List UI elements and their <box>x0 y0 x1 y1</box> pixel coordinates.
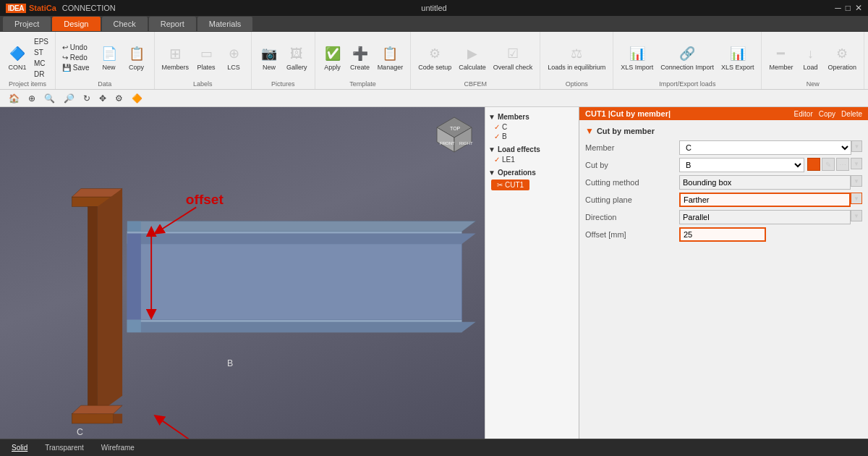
operations-section: ▼ Operations ✂ CUT1 <box>488 167 576 190</box>
solid-view-button[interactable]: Solid <box>6 442 33 453</box>
main-content: ▼ Members ✓ C ✓ B ▼ Load effects ✓ <box>0 107 868 439</box>
manager-button[interactable]: 📋 Manager <box>375 42 407 73</box>
load-effects-header[interactable]: ▼ Load effects <box>488 144 576 155</box>
settings-button[interactable]: ⚙ <box>112 92 126 105</box>
zoom-out-button[interactable]: 🔎 <box>61 92 77 105</box>
cut-by-more-btn[interactable]: ⋯ <box>836 158 849 171</box>
load-effects-collapse-icon: ▼ <box>488 145 495 153</box>
cut-by-side-btns: ✎ ⋯ ▼ <box>807 158 862 172</box>
marker-button[interactable]: 🔶 <box>129 92 145 105</box>
copy-button[interactable]: 📋 Copy <box>124 42 150 73</box>
direction-input[interactable] <box>679 210 851 224</box>
members-header[interactable]: ▼ Members <box>488 111 576 122</box>
view-cube[interactable]: TOP FRONT RIGHT <box>434 114 475 155</box>
lcs-button[interactable]: ⊕ LCS <box>221 42 247 73</box>
xls-export-button[interactable]: 📊 XLS Export <box>718 42 757 73</box>
overall-check-button[interactable]: ☑ Overall check <box>490 42 536 73</box>
le1-item[interactable]: ✓ LE1 <box>488 155 576 164</box>
close-button[interactable]: ✕ <box>855 3 862 13</box>
member-input-group: C ▼ <box>679 140 862 155</box>
transparent-view-button[interactable]: Transparent <box>39 442 90 453</box>
new-buttons: ━ Member ↓ Load ⚙ Operation <box>766 35 859 80</box>
maximize-button[interactable]: □ <box>846 3 851 13</box>
cut-by-member-section: ▼ Cut by member <box>585 126 862 136</box>
cut-icon: ✂ <box>497 181 503 189</box>
rotate-button[interactable]: ↻ <box>80 92 93 105</box>
connection-import-label: Connection Import <box>660 64 714 72</box>
new-button[interactable]: 📄 New <box>96 42 122 73</box>
member-select[interactable]: C <box>679 140 851 155</box>
wireframe-view-button[interactable]: Wireframe <box>95 442 140 453</box>
tab-report[interactable]: Report <box>149 17 196 31</box>
cutting-plane-input[interactable] <box>679 193 851 207</box>
member-dropdown-btn[interactable]: ▼ <box>851 140 862 152</box>
cutting-method-dropdown[interactable]: ▼ <box>851 175 862 187</box>
section-collapse-icon[interactable]: ▼ <box>585 126 594 136</box>
cut-by-dropdown-btn[interactable]: ▼ <box>851 158 862 169</box>
cut1-button[interactable]: ✂ CUT1 <box>491 180 529 190</box>
operation-button[interactable]: ⚙ Operation <box>825 42 859 73</box>
direction-dropdown[interactable]: ▼ <box>851 210 862 221</box>
save-button[interactable]: 💾 Save <box>60 63 92 72</box>
ribbon-group-options: ⚖ Loads in equilibrium Options <box>540 32 613 89</box>
gallery-button[interactable]: 🖼 Gallery <box>284 42 310 73</box>
undo-button[interactable]: ↩ Undo <box>60 43 92 52</box>
member-c-item[interactable]: ✓ C <box>488 122 576 132</box>
zoom-in-button[interactable]: 🔍 <box>41 92 58 105</box>
member-icon: ━ <box>771 43 791 64</box>
member-b-item[interactable]: ✓ B <box>488 132 576 141</box>
plates-button[interactable]: ▭ Plates <box>193 42 219 73</box>
calculate-button[interactable]: ▶ Calculate <box>456 42 489 73</box>
xls-export-icon: 📊 <box>728 43 748 64</box>
operations-header[interactable]: ▼ Operations <box>488 167 576 178</box>
new-pic-button[interactable]: 📷 New <box>256 42 282 73</box>
redo-button[interactable]: ↪ Redo <box>60 53 92 62</box>
dr-btn[interactable]: DR <box>32 69 51 79</box>
code-setup-button[interactable]: ⚙ Code setup <box>415 42 454 73</box>
members-button[interactable]: ⊞ Members <box>159 42 192 73</box>
scene-tree: ▼ Members ✓ C ✓ B ▼ Load effects ✓ <box>485 107 579 439</box>
data-buttons: ↩ Undo ↪ Redo 💾 Save 📄 New 📋 Copy <box>60 35 150 80</box>
tab-check[interactable]: Check <box>102 17 148 31</box>
main-menu: Project Design Check Report Materials <box>0 16 868 32</box>
loads-equilibrium-button[interactable]: ⚖ Loads in equilibrium <box>545 42 608 73</box>
cut-by-select[interactable]: B <box>679 158 804 172</box>
create-button[interactable]: ➕ Create <box>347 42 373 73</box>
svg-text:FRONT: FRONT <box>440 141 455 145</box>
operation-label: Operation <box>827 64 856 72</box>
cutting-plane-dropdown[interactable]: ▼ <box>851 193 862 204</box>
con1-button[interactable]: 🔷 CON1 <box>4 42 30 73</box>
window-controls[interactable]: ─ □ ✕ <box>835 3 862 13</box>
mc-btn[interactable]: MC <box>32 59 51 68</box>
load-button[interactable]: ↓ Load <box>797 42 823 73</box>
offset-input[interactable] <box>679 227 766 242</box>
tab-project[interactable]: Project <box>3 17 51 31</box>
cut-by-edit-btn[interactable]: ✎ <box>822 158 835 171</box>
xls-import-button[interactable]: 📊 XLS Import <box>618 42 656 73</box>
direction-value: ▼ <box>679 210 862 224</box>
minimize-button[interactable]: ─ <box>835 3 841 13</box>
direction-label-text: Direction <box>585 213 679 221</box>
viewport[interactable]: ▼ Members ✓ C ✓ B ▼ Load effects ✓ <box>0 107 579 439</box>
pan-button[interactable]: ✥ <box>96 92 109 105</box>
delete-button[interactable]: Delete <box>841 110 862 118</box>
cut-by-color-btn[interactable] <box>807 158 820 171</box>
tab-materials[interactable]: Materials <box>197 17 253 31</box>
connection-import-button[interactable]: 🔗 Connection Import <box>658 42 717 73</box>
cut-by-row: Cut by B ✎ ⋯ ▼ <box>585 158 862 172</box>
cutting-method-input[interactable] <box>679 175 851 190</box>
copy-prop-button[interactable]: Copy <box>819 110 835 118</box>
member-c-label: C <box>502 123 507 131</box>
apply-button[interactable]: ✅ Apply <box>320 42 346 73</box>
home-button[interactable]: 🏠 <box>6 92 22 105</box>
offset-value <box>679 227 862 242</box>
member-button[interactable]: ━ Member <box>766 42 796 73</box>
options-buttons: ⚖ Loads in equilibrium <box>545 35 608 80</box>
tab-design[interactable]: Design <box>52 17 100 31</box>
st-btn[interactable]: ST <box>32 48 51 57</box>
member-label-text: Member <box>585 143 679 152</box>
eps-btn[interactable]: EPS <box>32 37 51 46</box>
group-label-data: Data <box>98 80 111 89</box>
zoom-fit-button[interactable]: ⊕ <box>25 92 38 105</box>
editor-button[interactable]: Editor <box>794 110 813 118</box>
